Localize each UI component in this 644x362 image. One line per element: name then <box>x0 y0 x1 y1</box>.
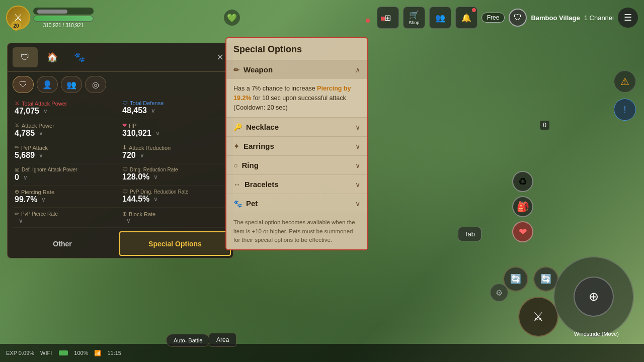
auto-battle-button[interactable]: Auto- Battle <box>166 334 210 347</box>
grid-icon-btn[interactable]: ⊞ <box>377 7 399 29</box>
tab-other[interactable]: Other <box>8 229 117 258</box>
dmg-reduction-icon: 🛡 <box>122 166 128 172</box>
pvp-dmg-icon: 🛡 <box>122 189 128 195</box>
expand-piercing-rate[interactable]: ∨ <box>41 196 46 203</box>
expand-pvp-dmg-reduction[interactable]: ∨ <box>153 196 158 203</box>
so-section-earrings: ✦ Earrings ∨ <box>226 137 367 156</box>
so-header: Special Options <box>226 38 367 60</box>
earrings-chevron: ∨ <box>355 142 360 150</box>
so-section-header-necklace[interactable]: 🔑 Necklace ∨ <box>226 118 367 136</box>
so-section-bracelets: ↔ Bracelets ∨ <box>226 175 367 194</box>
tab-button[interactable]: Tab <box>458 227 481 241</box>
bottom-bar: EXP 0.09% WIFI 100% 📶 11:15 <box>0 344 644 362</box>
stat-pvp-attack: ✏ PvP Attack 5,689 ∨ <box>13 141 120 163</box>
stat-total-defense-value: 48,453 <box>122 106 147 115</box>
attack-button[interactable]: ⚔ <box>518 297 558 337</box>
stat-pvp-dmg-reduction: 🛡 PvP Dmg. Reduction Rate 144.5% ∨ <box>120 186 228 208</box>
so-necklace-label: 🔑 Necklace <box>233 123 279 131</box>
item-orb-heart[interactable]: ❤ <box>512 221 533 242</box>
tab-house[interactable]: 🏠 <box>40 47 65 67</box>
so-section-necklace: 🔑 Necklace ∨ <box>226 118 367 137</box>
battery-text: 100% <box>74 350 88 356</box>
special-options-panel: Special Options ✏ Weapon ∧ Has a 7% chan… <box>225 37 368 250</box>
hp-bar <box>34 16 93 21</box>
expand-pvp-pierce[interactable]: ∨ <box>19 217 23 224</box>
filter-group[interactable]: 👥 <box>61 76 82 93</box>
counter-display: 0 <box>540 121 549 130</box>
stat-total-defense-label: 🛡 Total Defense <box>122 100 226 106</box>
stat-attack-power: ⚔ Attack Power 4,785 ∨ <box>13 119 120 141</box>
pet-icon: 🐾 <box>233 200 242 208</box>
item-orb-recycle[interactable]: ♻ <box>512 171 533 192</box>
stat-pvp-attack-label: ✏ PvP Attack <box>15 144 118 151</box>
channel-text: 1 Channel <box>584 14 614 22</box>
social-button[interactable]: 👥 <box>429 7 451 29</box>
stat-attack-power-value: 4,785 <box>15 129 35 138</box>
info-icon[interactable]: ! <box>614 99 636 121</box>
windstride-label: Windstride (Move) <box>574 331 619 337</box>
notif-dot-2 <box>381 17 385 21</box>
shop-button[interactable]: 🛒 Shop <box>403 7 425 29</box>
stat-piercing-rate-value: 99.7% <box>15 195 37 204</box>
expand-dmg-reduction[interactable]: ∨ <box>153 173 158 180</box>
filter-symbol[interactable]: ◎ <box>85 76 106 93</box>
stat-dmg-reduction-label: 🛡 Dmg. Reduction Rate <box>122 166 226 172</box>
shop-label: Shop <box>409 20 419 25</box>
so-title: Special Options <box>233 44 360 55</box>
expand-hp[interactable]: ∨ <box>155 130 160 137</box>
expand-attack-reduction[interactable]: ∨ <box>140 152 144 159</box>
expand-attack-power[interactable]: ∨ <box>39 130 43 137</box>
expand-block-rate[interactable]: ∨ <box>126 217 131 224</box>
heart-icon: 💚 <box>224 10 240 26</box>
bell-button[interactable]: 🔔 <box>455 7 477 29</box>
joystick-inner[interactable]: ⊕ <box>574 277 614 317</box>
so-ring-label: ○ Ring <box>233 161 259 169</box>
area-button[interactable]: Area <box>209 333 236 347</box>
piercing-icon: ⊕ <box>15 189 19 195</box>
counter-value: 0 <box>540 121 549 130</box>
so-section-header-earrings[interactable]: ✦ Earrings ∨ <box>226 137 367 155</box>
joystick-outer[interactable]: ⊕ <box>553 256 634 337</box>
so-section-header-weapon[interactable]: ✏ Weapon ∧ <box>226 60 367 79</box>
so-weapon-label: ✏ Weapon <box>233 65 273 74</box>
expand-total-defense[interactable]: ∨ <box>151 107 155 114</box>
time-text: 11:15 <box>107 350 121 356</box>
exp-text: EXP 0.09% <box>6 350 34 356</box>
stat-attack-reduction-value: 720 <box>122 151 136 160</box>
bracelets-chevron: ∨ <box>355 180 360 189</box>
stat-pvp-pierce-label: ✏ PvP Pierce Rate <box>15 211 118 217</box>
attack-icon: ⚔ <box>15 100 20 107</box>
weapon-chevron-up: ∧ <box>355 66 360 74</box>
so-weapon-content: Has a 7% chance to increase Piercing by … <box>226 79 367 117</box>
earrings-icon: ✦ <box>233 142 239 150</box>
stat-block-rate: ⊕ Block Rate ∨ <box>120 208 228 228</box>
tab-character[interactable]: 🛡 <box>13 47 38 67</box>
warning-icon[interactable]: ⚠ <box>614 70 636 93</box>
hp-icon: ❤ <box>122 122 127 129</box>
free-badge: Free <box>481 13 505 23</box>
so-section-header-pet[interactable]: 🐾 Pet ∨ <box>226 194 367 213</box>
tab-pet[interactable]: 🐾 <box>67 47 92 67</box>
attack-reduction-icon: ⬇ <box>122 144 127 151</box>
filter-person[interactable]: 👤 <box>37 76 58 93</box>
location-info: Free 🛡 Bamboo Village 1 Channel <box>481 9 614 27</box>
items-right: ♻ 🎒 ❤ <box>512 171 533 242</box>
filter-shield[interactable]: 🛡 <box>13 76 34 93</box>
stat-hp-value: 310,921 <box>122 129 151 138</box>
item-orb-bag[interactable]: 🎒 <box>512 196 533 217</box>
menu-button[interactable]: ☰ <box>618 8 638 28</box>
so-section-header-bracelets[interactable]: ↔ Bracelets ∨ <box>226 175 367 194</box>
battery-icon <box>59 350 68 355</box>
player-name <box>33 8 94 15</box>
settings-gear-icon[interactable]: ⚙ <box>490 284 508 302</box>
tab-special-options[interactable]: Special Options <box>119 231 231 256</box>
expand-def-ignore[interactable]: ∨ <box>23 174 28 181</box>
expand-pvp-attack[interactable]: ∨ <box>39 152 43 159</box>
ring-chevron: ∨ <box>355 161 360 169</box>
expand-total-attack[interactable]: ∨ <box>43 108 48 115</box>
stat-def-ignore-label: ◎ Def. Ignore Attack Power <box>15 166 118 173</box>
stats-grid: ⚔ Total Attack Power 47,075 ∨ 🛡 Total De… <box>8 97 233 228</box>
shield-toggle[interactable]: 🛡 <box>509 9 527 27</box>
so-section-header-ring[interactable]: ○ Ring ∨ <box>226 156 367 174</box>
def-ignore-icon: ◎ <box>15 166 20 173</box>
